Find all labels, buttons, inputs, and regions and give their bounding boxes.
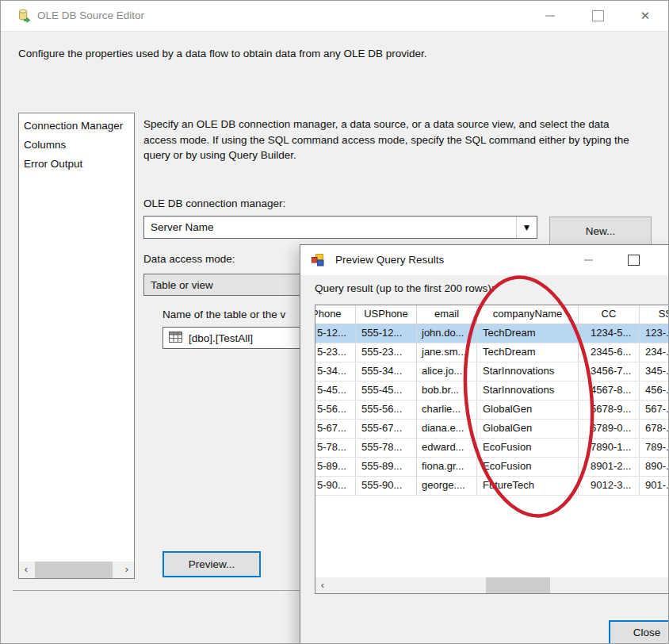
- new-connection-button[interactable]: New...: [549, 217, 652, 245]
- grid-col-header-USPhone[interactable]: USPhone: [356, 305, 417, 324]
- close-button[interactable]: ✕: [627, 1, 663, 31]
- grid-row[interactable]: 5-23...555-23...jane.sm...TechDream2345-…: [315, 343, 669, 362]
- query-results-grid: PhoneUSPhoneemailcompanyNameCCSSN 5-12..…: [315, 305, 669, 594]
- grid-row[interactable]: 5-34...555-34...alice.jo...StarInnovatio…: [315, 362, 669, 381]
- maximize-icon: [628, 255, 640, 266]
- grid-cell[interactable]: 555-23...: [356, 343, 417, 362]
- database-icon: [16, 8, 32, 24]
- close-preview-button[interactable]: Close: [609, 620, 669, 644]
- grid-cell[interactable]: bob.br...: [417, 381, 477, 400]
- grid-cell[interactable]: 555-56...: [356, 401, 417, 419]
- grid-cell[interactable]: 555-45...: [356, 381, 417, 400]
- page-list: Connection ManagerColumnsError Output ‹ …: [18, 113, 135, 579]
- grid-cell[interactable]: StarInnovations: [477, 362, 579, 381]
- grid-cell[interactable]: 8901-2...: [579, 458, 640, 476]
- maximize-button[interactable]: [579, 1, 616, 31]
- grid-cell[interactable]: 555-12...: [356, 324, 417, 343]
- grid-body: 5-12...555-12...john.do...TechDream1234-…: [315, 324, 669, 496]
- grid-cell[interactable]: 123-...: [640, 324, 669, 343]
- grid-cell[interactable]: 789-...: [640, 439, 669, 457]
- grid-cell[interactable]: 901-...: [640, 477, 669, 495]
- grid-cell[interactable]: TechDream: [477, 343, 579, 362]
- preview-minimize-button[interactable]: [572, 245, 605, 275]
- connection-manager-combobox[interactable]: Server Name ▼: [143, 216, 537, 239]
- grid-cell[interactable]: diana.e...: [417, 420, 477, 438]
- grid-cell[interactable]: 5-90...: [315, 477, 356, 495]
- grid-cell[interactable]: 5-12...: [315, 324, 356, 343]
- chevron-down-icon[interactable]: ▼: [516, 217, 537, 238]
- grid-cell[interactable]: 456-...: [640, 381, 669, 400]
- grid-col-header-companyName[interactable]: companyName: [477, 305, 579, 324]
- grid-cell[interactable]: 567-...: [640, 401, 669, 419]
- grid-cell[interactable]: 890-...: [640, 458, 669, 476]
- nav-item-columns[interactable]: Columns: [19, 136, 134, 155]
- grid-cell[interactable]: george....: [417, 477, 477, 495]
- grid-col-header-Phone[interactable]: Phone: [315, 305, 356, 324]
- grid-cell[interactable]: 5678-9...: [579, 401, 640, 419]
- grid-cell[interactable]: EcoFusion: [477, 458, 579, 476]
- grid-cell[interactable]: jane.sm...: [417, 343, 477, 362]
- preview-query-results-dialog: Preview Query Results Query result (up t…: [300, 244, 669, 644]
- grid-cell[interactable]: 5-89...: [315, 458, 356, 476]
- minimize-button[interactable]: [532, 1, 568, 31]
- grid-cell[interactable]: 555-78...: [356, 439, 417, 457]
- grid-cell[interactable]: john.do...: [417, 324, 477, 343]
- preview-maximize-button[interactable]: [617, 245, 650, 275]
- grid-cell[interactable]: 2345-6...: [579, 343, 640, 362]
- grid-row[interactable]: 5-90...555-90...george....FutureTech9012…: [315, 477, 669, 496]
- grid-cell[interactable]: edward...: [417, 439, 477, 457]
- scrollbar-thumb[interactable]: [486, 577, 550, 593]
- table-name-label: Name of the table or the v: [162, 309, 285, 320]
- nav-item-error-output[interactable]: Error Output: [19, 155, 134, 174]
- scroll-right-icon[interactable]: ›: [120, 562, 134, 578]
- grid-cell[interactable]: TechDream: [477, 324, 579, 343]
- grid-col-header-email[interactable]: email: [417, 305, 477, 324]
- scroll-left-icon[interactable]: ‹: [19, 562, 33, 578]
- grid-cell[interactable]: 4567-8...: [579, 381, 640, 400]
- grid-horizontal-scrollbar[interactable]: ‹: [315, 577, 669, 593]
- grid-cell[interactable]: 5-45...: [315, 381, 356, 400]
- grid-cell[interactable]: fiona.gr...: [417, 458, 477, 476]
- grid-cell[interactable]: alice.jo...: [417, 362, 477, 381]
- grid-cell[interactable]: GlobalGen: [477, 401, 579, 419]
- grid-row[interactable]: 5-67...555-67...diana.e...GlobalGen6789-…: [315, 420, 669, 439]
- nav-horizontal-scrollbar[interactable]: ‹ ›: [19, 562, 134, 578]
- grid-row[interactable]: 5-78...555-78...edward...EcoFusion7890-1…: [315, 439, 669, 458]
- grid-cell[interactable]: 7890-1...: [579, 439, 640, 457]
- scroll-left-icon[interactable]: ‹: [315, 577, 330, 593]
- grid-cell[interactable]: 345-...: [640, 362, 669, 381]
- grid-cell[interactable]: 555-90...: [356, 477, 417, 495]
- grid-cell[interactable]: FutureTech: [477, 477, 579, 495]
- grid-cell[interactable]: 5-56...: [315, 401, 356, 419]
- form-icon: [311, 253, 325, 267]
- grid-cell[interactable]: 3456-7...: [579, 362, 640, 381]
- grid-cell[interactable]: GlobalGen: [477, 420, 579, 438]
- preview-button[interactable]: Preview...: [162, 551, 261, 577]
- grid-cell[interactable]: 678-...: [640, 420, 669, 438]
- grid-col-header-SSN[interactable]: SSN: [640, 305, 669, 324]
- scrollbar-thumb[interactable]: [35, 562, 113, 578]
- grid-cell[interactable]: 5-34...: [315, 362, 356, 381]
- grid-cell[interactable]: 1234-5...: [579, 324, 640, 343]
- grid-row[interactable]: 5-89...555-89...fiona.gr...EcoFusion8901…: [315, 458, 669, 477]
- grid-cell[interactable]: charlie...: [417, 401, 477, 419]
- grid-cell[interactable]: EcoFusion: [477, 439, 579, 457]
- footer-divider: [13, 590, 300, 591]
- grid-cell[interactable]: 5-78...: [315, 439, 356, 457]
- grid-cell[interactable]: 555-67...: [356, 420, 417, 438]
- minimize-icon: [545, 15, 555, 17]
- grid-row[interactable]: 5-45...555-45...bob.br...StarInnovations…: [315, 381, 669, 401]
- grid-row[interactable]: 5-56...555-56...charlie...GlobalGen5678-…: [315, 401, 669, 420]
- nav-item-connection-manager[interactable]: Connection Manager: [19, 117, 134, 136]
- grid-col-header-CC[interactable]: CC: [579, 305, 640, 324]
- grid-cell[interactable]: 5-67...: [315, 420, 356, 438]
- grid-cell[interactable]: 234-...: [640, 343, 669, 362]
- grid-cell[interactable]: 5-23...: [315, 343, 356, 362]
- grid-cell[interactable]: StarInnovations: [477, 381, 579, 400]
- grid-row[interactable]: 5-12...555-12...john.do...TechDream1234-…: [315, 324, 669, 343]
- grid-cell[interactable]: 555-34...: [356, 362, 417, 381]
- window-title: OLE DB Source Editor: [37, 10, 144, 21]
- grid-cell[interactable]: 6789-0...: [579, 420, 640, 438]
- grid-cell[interactable]: 555-89...: [356, 458, 417, 476]
- grid-cell[interactable]: 9012-3...: [579, 477, 640, 495]
